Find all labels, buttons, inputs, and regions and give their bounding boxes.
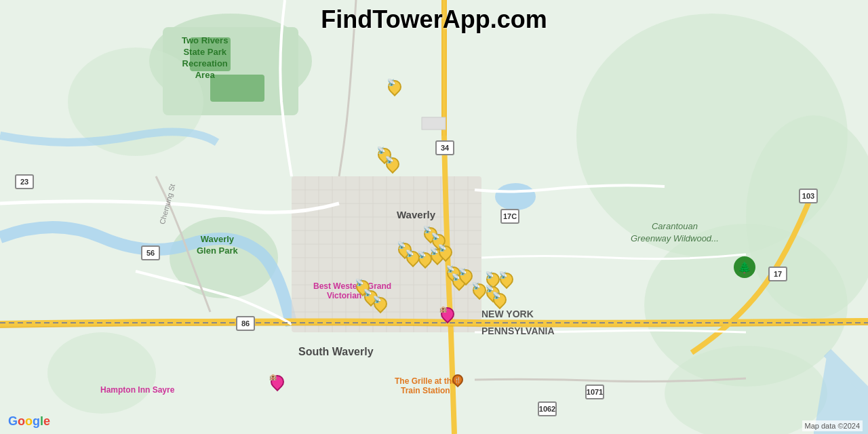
- map-container[interactable]: FindTowerApp.com 23 56 34 17C 103 17 86 …: [0, 0, 868, 434]
- svg-point-12: [495, 183, 536, 210]
- tower-pin-16[interactable]: [457, 269, 472, 288]
- route-shield-56: 56: [141, 245, 160, 260]
- route-shield-1071: 1071: [585, 384, 604, 399]
- tower-pin-21[interactable]: [498, 273, 513, 292]
- green-landmark-pin[interactable]: 🌲: [734, 256, 755, 278]
- tower-pin-18[interactable]: [471, 283, 486, 302]
- hotel-pin-2[interactable]: [269, 375, 283, 394]
- hotel-pin-1[interactable]: [439, 307, 454, 326]
- route-shield-1062: 1062: [538, 401, 557, 416]
- tower-pin-3[interactable]: [384, 157, 399, 176]
- map-data-label: Map data ©2024: [802, 420, 863, 431]
- route-shield-34: 34: [435, 140, 454, 155]
- svg-rect-4: [210, 75, 264, 102]
- route-shield-23: 23: [15, 174, 34, 189]
- route-shield-17c: 17C: [500, 209, 519, 224]
- svg-rect-3: [190, 37, 231, 71]
- tower-pin-10[interactable]: [437, 245, 452, 264]
- tower-pin-1[interactable]: [386, 80, 401, 99]
- svg-point-10: [47, 332, 156, 414]
- route-shield-86: 86: [236, 316, 255, 331]
- tower-pin-20[interactable]: [491, 293, 506, 312]
- google-logo: Google: [8, 414, 50, 429]
- label-pennsylvania: PENNSYLVANIA: [481, 326, 555, 336]
- label-new-york: NEW YORK: [481, 309, 534, 319]
- tower-pin-13[interactable]: [372, 297, 387, 316]
- route-shield-17: 17: [768, 267, 787, 281]
- svg-rect-41: [422, 117, 446, 130]
- route-shield-103: 103: [799, 189, 818, 203]
- restaurant-pin[interactable]: 🍴: [450, 374, 465, 393]
- site-title: FindTowerApp.com: [321, 5, 547, 34]
